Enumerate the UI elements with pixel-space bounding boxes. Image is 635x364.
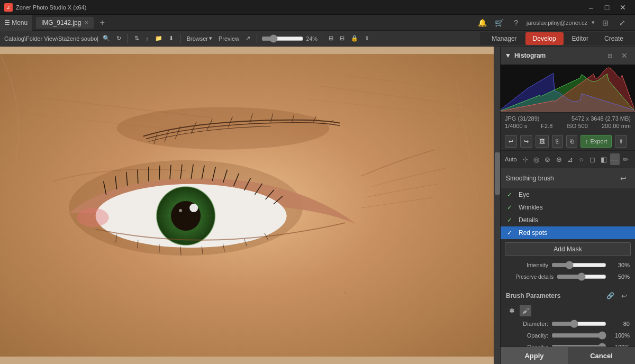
histogram-title: Histogram (514, 52, 546, 59)
export-icon: ↑ (585, 138, 588, 144)
brush-params-link-icon[interactable]: 🔗 (604, 290, 616, 302)
preserve-slider[interactable] (557, 273, 606, 280)
brush-back-icon[interactable]: ↩ (617, 172, 630, 185)
main-content: ▼ Histogram ⊞ ✕ JPG (31/289) 5472 x 3648… (0, 47, 635, 364)
notification-icon[interactable]: 🔔 (476, 16, 488, 29)
brush-tool[interactable]: — (610, 153, 620, 165)
brush-params-tools: ✱ 🖌 (501, 303, 635, 318)
opacity-label: Opacity: (506, 332, 548, 339)
share-btn[interactable]: ⇪ (615, 135, 627, 148)
action-buttons: ↩ ↪ 🖼 ⎘ ⎗ ↑ Export ⇪ (501, 132, 635, 151)
maximize-button[interactable]: □ (599, 0, 615, 15)
intensity-slider[interactable] (551, 261, 606, 269)
separator3 (257, 34, 257, 43)
tab-create[interactable]: Create (597, 32, 631, 45)
close-button[interactable]: ✕ (615, 0, 631, 15)
add-mask-button[interactable]: Add Mask (505, 242, 631, 256)
eye-label: Eye (519, 191, 530, 198)
grid-view-icon[interactable]: ⊞ (326, 33, 335, 44)
new-folder-icon[interactable]: 📁 (153, 33, 165, 44)
paste-btn[interactable]: ⎗ (566, 135, 577, 148)
titlebar-controls: – □ ✕ (583, 0, 631, 15)
mask-item-details[interactable]: ✓ Details (501, 214, 635, 226)
density-row: Density: 100% (501, 341, 635, 347)
gradient-tool[interactable]: ◧ (599, 153, 609, 165)
menubar-right: 🔔 🛒 ? jaroslav.pilny@zoner.cz ▾ ⊞ ⤢ (476, 16, 635, 29)
zoom-slider[interactable] (261, 35, 304, 42)
photo-aperture: F2.8 (541, 123, 552, 129)
preserve-details-row: Preserve details 50% (501, 271, 635, 283)
histogram-title-area: ▼ Histogram (505, 52, 546, 59)
tab-close-icon[interactable]: ✕ (84, 20, 88, 25)
redo-button[interactable]: ↪ (520, 135, 532, 148)
photo-icon-btn[interactable]: 🖼 (536, 135, 549, 148)
search-icon[interactable]: 🔍 (101, 33, 112, 44)
brush-params-reset-icon[interactable]: ↩ (618, 290, 630, 302)
photo-iso: ISO 500 (566, 123, 587, 129)
canvas-area[interactable] (0, 47, 494, 364)
lock-icon[interactable]: 🔒 (349, 33, 360, 44)
external-link-icon[interactable]: ↗ (243, 33, 252, 44)
menu-button[interactable]: ☰ Menu (0, 15, 32, 31)
diameter-label: Diameter: (506, 321, 548, 327)
browser-button[interactable]: Browser▾ (185, 33, 214, 44)
heal-tool[interactable]: ⊚ (543, 153, 552, 165)
clone-tool[interactable]: ◎ (532, 153, 541, 165)
wrinkles-checkmark: ✓ (507, 204, 514, 211)
share-icon[interactable]: ⇪ (362, 33, 371, 44)
filter-tool[interactable]: ○ (576, 153, 586, 165)
mask-item-eye[interactable]: ✓ Eye (501, 188, 635, 201)
svg-point-58 (52, 255, 54, 257)
eye-checkmark: ✓ (507, 191, 514, 198)
undo-button[interactable]: ↩ (505, 135, 517, 148)
fullscreen-icon[interactable]: ⤢ (616, 16, 629, 29)
pen-tool[interactable]: ✏ (621, 153, 631, 165)
histogram-close-icon[interactable]: ✕ (618, 49, 631, 62)
add-tab-button[interactable]: + (96, 16, 108, 29)
diameter-slider[interactable] (551, 320, 606, 327)
density-slider[interactable] (551, 343, 606, 347)
cart-icon[interactable]: 🛒 (493, 16, 505, 29)
tab-develop[interactable]: Develop (525, 32, 564, 45)
help-icon[interactable]: ? (510, 16, 522, 29)
preview-button[interactable]: Preview (216, 33, 241, 44)
adjust-tool[interactable]: ⊿ (565, 153, 575, 165)
export-button[interactable]: ↑ Export (580, 135, 612, 148)
refresh-icon[interactable]: ↻ (114, 33, 123, 44)
brush-params-header: Brush Parameters 🔗 ↩ (501, 287, 635, 303)
brush-paint-icon[interactable]: 🖌 (520, 305, 531, 316)
separator (128, 34, 128, 43)
histogram-menu-icon[interactable]: ⊞ (603, 49, 616, 62)
photo-canvas[interactable] (0, 47, 494, 364)
compare-icon[interactable]: ⊟ (338, 33, 347, 44)
copy-btn[interactable]: ⎘ (552, 135, 563, 148)
scrollbar-thumb[interactable] (495, 152, 500, 195)
histogram-section: ▼ Histogram ⊞ ✕ (501, 47, 635, 113)
apply-button[interactable]: Apply (501, 347, 568, 364)
transform-tool[interactable]: ⊕ (554, 153, 564, 165)
canvas-scrollbar[interactable] (494, 47, 500, 364)
mask-item-wrinkles[interactable]: ✓ Wrinkles (501, 201, 635, 214)
select-tool[interactable]: ◻ (587, 153, 597, 165)
crop-tool[interactable]: ⊹ (521, 153, 530, 165)
histogram-canvas (501, 65, 635, 112)
svg-point-6 (117, 107, 329, 149)
tab-manager[interactable]: Manager (484, 32, 524, 45)
opacity-slider[interactable] (551, 332, 606, 339)
sort-icon[interactable]: ⇅ (132, 33, 141, 44)
minimize-button[interactable]: – (583, 0, 599, 15)
folder-up-icon[interactable]: ↑ (143, 33, 151, 44)
histogram-header: ▼ Histogram ⊞ ✕ (501, 47, 635, 65)
redspots-label: Red spots (519, 229, 547, 236)
collapse-icon[interactable]: ▼ (505, 52, 511, 59)
user-email: jaroslav.pilny@zoner.cz (527, 20, 587, 26)
mask-item-red-spots[interactable]: ✓ Red spots (501, 226, 635, 239)
titlebar-left: Z Zoner Photo Studio X (x64) (4, 3, 86, 12)
layout-icon[interactable]: ⊞ (599, 16, 612, 29)
import-icon[interactable]: ⬇ (167, 33, 176, 44)
file-tab[interactable]: IMG_9142.jpg ✕ (36, 17, 94, 29)
brush-mode-icon[interactable]: ✱ (506, 305, 518, 316)
tab-editor[interactable]: Editor (565, 32, 596, 45)
browser-label: Browser (187, 35, 208, 42)
cancel-button[interactable]: Cancel (568, 347, 635, 364)
